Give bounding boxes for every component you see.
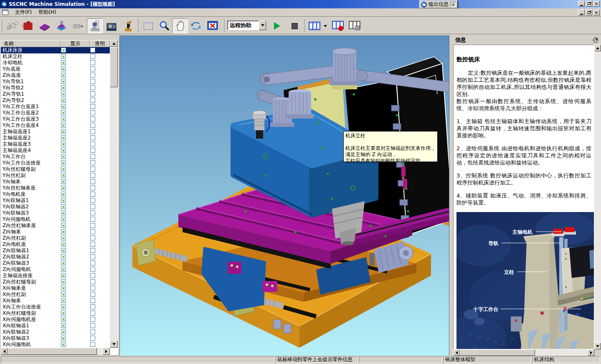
transparent-checkbox[interactable] [90, 210, 95, 215]
transparent-checkbox[interactable] [90, 260, 95, 265]
toolbar-gripper[interactable] [224, 20, 225, 32]
transparent-checkbox[interactable] [90, 336, 95, 341]
film-stop-button[interactable] [347, 18, 363, 33]
table-row[interactable]: Y向底座× [1, 66, 110, 72]
menu-file[interactable]: 文件(F) [12, 8, 35, 17]
show-checkbox[interactable]: × [61, 204, 66, 209]
transparent-checkbox[interactable] [90, 204, 95, 209]
show-checkbox[interactable]: × [61, 198, 66, 203]
table-row[interactable]: Z向伺服电机× [1, 266, 110, 273]
show-checkbox[interactable]: × [61, 235, 66, 240]
transparent-checkbox[interactable] [90, 179, 95, 184]
table-row[interactable]: Y向工作台底座3× [1, 116, 110, 122]
scroll-right-button[interactable] [103, 348, 110, 355]
transparent-checkbox[interactable] [90, 317, 95, 322]
globe-icon[interactable] [593, 37, 598, 43]
transparent-checkbox[interactable] [90, 110, 95, 115]
transparent-checkbox[interactable] [90, 54, 95, 59]
table-row[interactable]: Y向伺服电机× [1, 216, 110, 222]
table-row[interactable]: X向联轴器1× [1, 323, 110, 329]
scroll-thumb[interactable] [8, 348, 97, 355]
column-header-show[interactable]: 显示 [61, 40, 90, 47]
table-row[interactable]: 主轴箱底座2× [1, 135, 110, 141]
spindle-button[interactable] [70, 18, 86, 33]
scroll-down-button[interactable] [110, 341, 118, 348]
machine-bed-button[interactable] [53, 18, 69, 33]
table-row[interactable]: Z向导轨1× [1, 91, 110, 97]
remote-assist-value[interactable]: 远程协助 [227, 20, 259, 30]
show-checkbox[interactable]: × [61, 60, 66, 65]
show-checkbox[interactable]: × [61, 336, 66, 341]
table-row[interactable]: Z向轴承× [1, 229, 110, 235]
transparent-checkbox[interactable] [90, 304, 95, 309]
info-vscrollbar[interactable] [594, 45, 601, 349]
table-row[interactable]: Y向工作台× [1, 154, 110, 160]
table-row[interactable]: 主轴箱底座4× [1, 147, 110, 154]
menu-help[interactable]: 帮助(H) [35, 8, 59, 17]
scroll-left-button[interactable] [453, 349, 460, 356]
toolbar-gripper[interactable] [138, 20, 139, 32]
table-row[interactable]: Z向底座× [1, 72, 110, 78]
transparent-checkbox[interactable] [90, 298, 95, 303]
table-row[interactable]: X向工作台连接座× [1, 304, 110, 310]
table-row[interactable]: Z向丝杠轴承座× [1, 222, 110, 229]
show-checkbox[interactable]: × [61, 123, 66, 128]
table-row[interactable]: 主轴箱连接座× [1, 273, 110, 279]
transparent-checkbox[interactable] [90, 91, 95, 96]
transparent-checkbox[interactable] [90, 311, 95, 316]
toolbar-gripper[interactable] [304, 20, 305, 32]
table-row[interactable]: Z向联轴器1× [1, 248, 110, 254]
table-row[interactable]: 主轴箱底座1× [1, 129, 110, 135]
transparent-checkbox[interactable] [90, 192, 95, 197]
stop-button[interactable] [287, 18, 302, 33]
table-row[interactable]: X向伺服电机座× [1, 316, 110, 323]
show-checkbox[interactable]: × [61, 267, 66, 272]
show-checkbox[interactable]: × [61, 79, 66, 84]
select-rect-button[interactable] [140, 18, 156, 33]
show-checkbox[interactable]: × [61, 304, 66, 309]
transparent-checkbox[interactable] [90, 292, 95, 297]
show-checkbox[interactable]: × [61, 248, 66, 253]
show-checkbox[interactable]: × [61, 217, 66, 222]
child-restore-button[interactable] [586, 10, 592, 15]
show-checkbox[interactable]: × [61, 329, 66, 334]
column-header-transparent[interactable]: 透明 [90, 40, 110, 47]
show-checkbox[interactable]: × [61, 292, 66, 297]
scroll-right-button[interactable] [588, 349, 594, 356]
parts-hscrollbar[interactable] [1, 348, 110, 355]
show-checkbox[interactable]: × [61, 98, 66, 103]
app-icon[interactable] [1, 1, 7, 7]
table-row[interactable]: Y向导轨1× [1, 78, 110, 85]
show-checkbox[interactable]: × [61, 91, 66, 96]
show-checkbox[interactable]: × [61, 154, 66, 159]
table-row[interactable]: X向丝杠副× [1, 291, 110, 298]
show-checkbox[interactable]: × [61, 160, 66, 165]
show-checkbox[interactable]: × [61, 210, 66, 215]
restore-button[interactable] [586, 1, 592, 7]
transparent-checkbox[interactable] [90, 229, 95, 234]
axis-tool-button[interactable] [4, 18, 20, 33]
column-header-name[interactable]: 名称 [1, 40, 61, 47]
scroll-up-button[interactable] [594, 45, 601, 51]
transparent-checkbox[interactable] [90, 173, 95, 178]
show-checkbox[interactable]: × [61, 311, 66, 316]
table-row[interactable]: 机床立柱× [1, 53, 110, 60]
show-checkbox[interactable]: × [61, 242, 66, 247]
show-checkbox[interactable]: × [61, 254, 66, 259]
mdi-child-icon[interactable] [2, 10, 8, 15]
show-checkbox[interactable]: × [61, 85, 66, 90]
table-row[interactable]: X向联轴器2× [1, 329, 110, 335]
transparent-checkbox[interactable] [90, 148, 95, 153]
transparent-checkbox[interactable] [90, 48, 95, 53]
remote-assist-dropdown[interactable]: 远程协助 [227, 20, 266, 30]
film-record-button[interactable] [330, 18, 346, 33]
table-row[interactable]: Z向丝杠副× [1, 235, 110, 241]
table-row[interactable]: 主轴箱底座3× [1, 141, 110, 147]
table-row[interactable]: Y向导轨2× [1, 85, 110, 91]
table-row[interactable]: Z向丝杠螺母副× [1, 279, 110, 285]
table-row[interactable]: 机床床身× [1, 47, 110, 53]
show-checkbox[interactable]: × [61, 129, 66, 134]
show-checkbox[interactable]: × [61, 173, 66, 178]
show-checkbox[interactable]: × [61, 286, 66, 291]
show-checkbox[interactable]: × [61, 54, 66, 59]
